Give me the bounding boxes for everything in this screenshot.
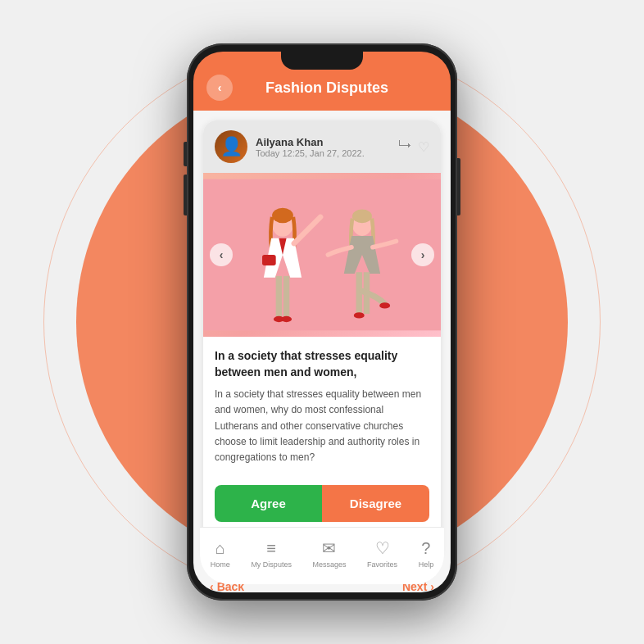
image-carousel: ‹ ›: [203, 173, 441, 337]
svg-rect-7: [262, 255, 276, 265]
side-button-power: [457, 158, 460, 215]
side-button-volume-down: [184, 175, 187, 215]
carousel-arrow-right[interactable]: ›: [411, 243, 434, 266]
vote-buttons: Agree Disagree: [215, 485, 429, 522]
home-label: Home: [211, 560, 230, 569]
svg-rect-3: [276, 276, 282, 318]
agree-button[interactable]: Agree: [215, 485, 322, 522]
card-actions: ⮡ ♡: [398, 139, 429, 155]
back-icon: ‹: [218, 81, 222, 94]
page-title: Fashion Disputes: [243, 79, 411, 97]
favorites-label: Favorites: [367, 560, 397, 569]
disputes-label: My Disputes: [251, 560, 292, 569]
notch: [281, 52, 363, 70]
left-arrow-icon: ‹: [220, 248, 224, 261]
svg-point-12: [354, 312, 365, 318]
svg-point-9: [352, 210, 372, 224]
carousel-arrow-left[interactable]: ‹: [210, 243, 233, 266]
avatar-image: 👤: [220, 136, 243, 157]
author-name: Ailyana Khan: [256, 136, 390, 148]
svg-rect-0: [203, 179, 441, 331]
messages-label: Messages: [312, 560, 346, 569]
fashion-image: [203, 173, 441, 337]
favorites-icon: ♡: [375, 538, 390, 558]
favorite-icon[interactable]: ♡: [418, 139, 429, 155]
disputes-icon: ≡: [266, 539, 276, 558]
card-author-row: 👤 Ailyana Khan Today 12:25, Jan 27, 2022…: [203, 120, 441, 173]
back-nav-chevron: ‹: [210, 580, 214, 592]
dispute-title: In a society that stresses equality betw…: [215, 348, 429, 380]
phone-frame: ‹ Fashion Disputes 👤 Ailyana Khan Today …: [187, 43, 457, 601]
help-icon: ?: [421, 539, 430, 558]
svg-point-2: [272, 208, 293, 223]
bottom-nav-bar: ⌂ Home ≡ My Disputes ✉ Messages ♡ Favori…: [200, 527, 444, 584]
nav-item-messages[interactable]: ✉ Messages: [312, 538, 346, 569]
author-info: Ailyana Khan Today 12:25, Jan 27, 2022.: [256, 136, 390, 158]
share-icon[interactable]: ⮡: [398, 139, 411, 154]
svg-point-6: [281, 316, 292, 322]
svg-point-13: [379, 302, 390, 308]
nav-item-my-disputes[interactable]: ≡ My Disputes: [251, 539, 292, 569]
card-body: In a society that stresses equality betw…: [203, 337, 441, 477]
phone-screen: ‹ Fashion Disputes 👤 Ailyana Khan Today …: [193, 52, 451, 592]
svg-rect-4: [283, 276, 289, 318]
dispute-card: 👤 Ailyana Khan Today 12:25, Jan 27, 2022…: [203, 120, 441, 560]
help-label: Help: [419, 560, 434, 569]
nav-item-help[interactable]: ? Help: [419, 539, 434, 569]
avatar: 👤: [215, 130, 247, 163]
back-button[interactable]: ‹: [206, 75, 233, 101]
home-icon: ⌂: [215, 539, 225, 558]
right-arrow-icon: ›: [421, 248, 425, 261]
author-date: Today 12:25, Jan 27, 2022.: [256, 148, 390, 158]
nav-item-favorites[interactable]: ♡ Favorites: [367, 538, 397, 569]
scroll-content: 👤 Ailyana Khan Today 12:25, Jan 27, 2022…: [193, 111, 451, 592]
next-nav-chevron: ›: [430, 580, 434, 592]
dispute-body: In a society that stresses equality betw…: [215, 387, 429, 465]
side-button-volume-up: [184, 142, 187, 166]
messages-icon: ✉: [322, 538, 336, 558]
nav-item-home[interactable]: ⌂ Home: [211, 539, 230, 569]
disagree-button[interactable]: Disagree: [322, 485, 429, 522]
